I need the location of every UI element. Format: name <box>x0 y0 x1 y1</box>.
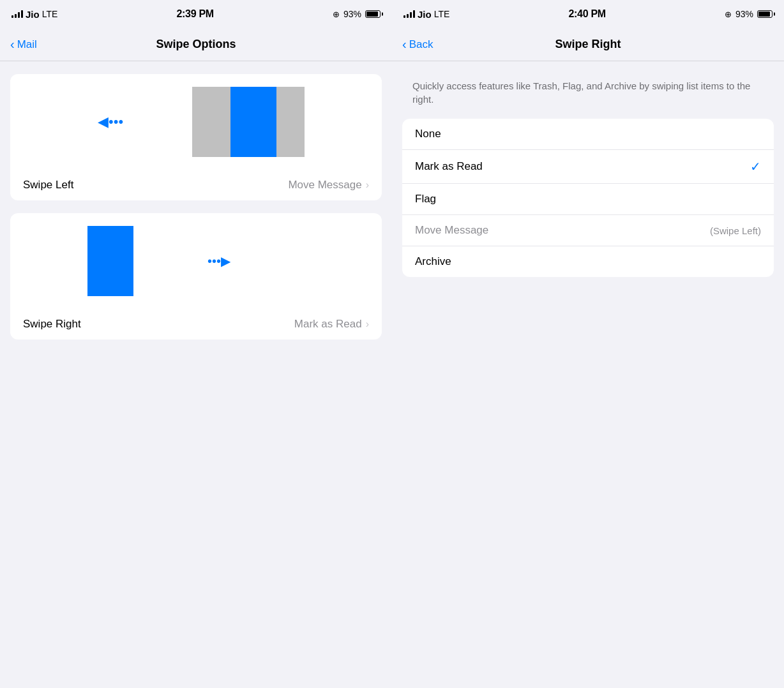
swipe-left-demo: ◀••• <box>87 87 305 157</box>
nav-bar-right: ‹ Back Swipe Right <box>392 28 784 61</box>
sr-white: •••▶ <box>133 226 305 296</box>
arrow-dots-left-icon: ◀••• <box>98 114 123 130</box>
status-bar-left: Jio LTE 2:39 PM ⊕ 93% <box>0 0 392 28</box>
option-mark-as-read[interactable]: Mark as Read ✓ <box>402 150 774 184</box>
status-right-right: ⊕ 93% <box>725 9 773 19</box>
option-move-message-label: Move Message <box>415 224 488 237</box>
chevron-right-icon-right: › <box>366 318 369 330</box>
status-left-right: Jio LTE <box>403 9 449 20</box>
back-label-left: Mail <box>17 38 37 51</box>
signal-icon-right <box>403 10 415 18</box>
page-title-left: Swipe Options <box>156 38 236 51</box>
carrier-label-right: Jio <box>418 9 432 20</box>
page-title-right: Swipe Right <box>555 38 621 51</box>
battery-icon-left <box>365 10 381 18</box>
swipe-left-note: (Swipe Left) <box>710 225 761 236</box>
sr-blue <box>87 226 133 296</box>
swipe-right-label: Swipe Right <box>23 318 81 331</box>
chevron-back-icon-right: ‹ <box>402 38 407 50</box>
network-label: LTE <box>42 9 58 19</box>
signal-icon <box>11 10 23 18</box>
status-bar-right: Jio LTE 2:40 PM ⊕ 93% <box>392 0 784 28</box>
swipe-right-value-text: Mark as Read <box>294 318 362 331</box>
swipe-left-value-text: Move Message <box>288 179 361 191</box>
swipe-left-card[interactable]: ◀••• Swipe Left Move Message › <box>10 74 382 200</box>
checkmark-icon: ✓ <box>750 159 761 174</box>
swipe-right-row: •••▶ <box>87 226 305 296</box>
options-group: None Mark as Read ✓ Flag Move Message (S… <box>402 119 774 277</box>
sl-blue <box>230 87 276 157</box>
swipe-left-option-row[interactable]: Swipe Left Move Message › <box>10 170 382 200</box>
swipe-left-illustration: ◀••• <box>10 74 382 170</box>
back-button-right[interactable]: ‹ Back <box>402 38 433 51</box>
back-button-left[interactable]: ‹ Mail <box>10 38 37 51</box>
option-move-message-right: (Swipe Left) <box>710 225 761 236</box>
battery-percent-left: 93% <box>343 9 361 19</box>
sl-gray1 <box>192 87 230 157</box>
swipe-left-label: Swipe Left <box>23 179 73 191</box>
battery-icon-right <box>757 10 773 18</box>
location-icon-right: ⊕ <box>725 10 732 19</box>
option-none-label: None <box>415 128 441 140</box>
time-right: 2:40 PM <box>568 8 605 20</box>
chevron-right-icon-left: › <box>366 179 369 191</box>
swipe-left-value: Move Message › <box>288 179 369 191</box>
content-left: ◀••• Swipe Left Move Message › <box>0 61 392 688</box>
swipe-right-illustration: •••▶ <box>10 213 382 309</box>
chevron-left-icon: ‹ <box>10 38 15 50</box>
option-none[interactable]: None <box>402 119 774 150</box>
option-flag-label: Flag <box>415 193 436 206</box>
swipe-right-card[interactable]: •••▶ Swipe Right Mark as Read › <box>10 213 382 340</box>
content-right: Quickly access features like Trash, Flag… <box>392 61 784 688</box>
right-phone-screen: Jio LTE 2:40 PM ⊕ 93% ‹ Back Swipe Right… <box>392 0 784 688</box>
option-archive[interactable]: Archive <box>402 246 774 277</box>
battery-percent-right: 93% <box>735 9 753 19</box>
description-text: Quickly access features like Trash, Flag… <box>402 74 774 119</box>
location-icon: ⊕ <box>333 10 340 19</box>
status-left: Jio LTE <box>11 9 57 20</box>
carrier-label: Jio <box>26 9 40 20</box>
time-left: 2:39 PM <box>176 8 213 20</box>
option-mark-as-read-label: Mark as Read <box>415 160 483 173</box>
sl-gray2 <box>276 87 305 157</box>
arrow-dots-right-icon: •••▶ <box>207 253 230 269</box>
status-right-left: ⊕ 93% <box>333 9 381 19</box>
swipe-right-option-row[interactable]: Swipe Right Mark as Read › <box>10 309 382 340</box>
swipe-right-demo: •••▶ <box>87 226 305 296</box>
option-mark-as-read-right: ✓ <box>750 159 761 174</box>
swipe-right-value: Mark as Read › <box>294 318 369 331</box>
left-phone-screen: Jio LTE 2:39 PM ⊕ 93% ‹ Mail Swipe Optio… <box>0 0 392 688</box>
back-label-right: Back <box>409 38 433 51</box>
nav-bar-left: ‹ Mail Swipe Options <box>0 28 392 61</box>
swipe-left-row: ◀••• <box>87 87 305 157</box>
option-move-message[interactable]: Move Message (Swipe Left) <box>402 215 774 246</box>
network-label-right: LTE <box>434 9 450 19</box>
option-flag[interactable]: Flag <box>402 184 774 215</box>
option-archive-label: Archive <box>415 255 451 268</box>
sl-white: ◀••• <box>87 87 192 157</box>
